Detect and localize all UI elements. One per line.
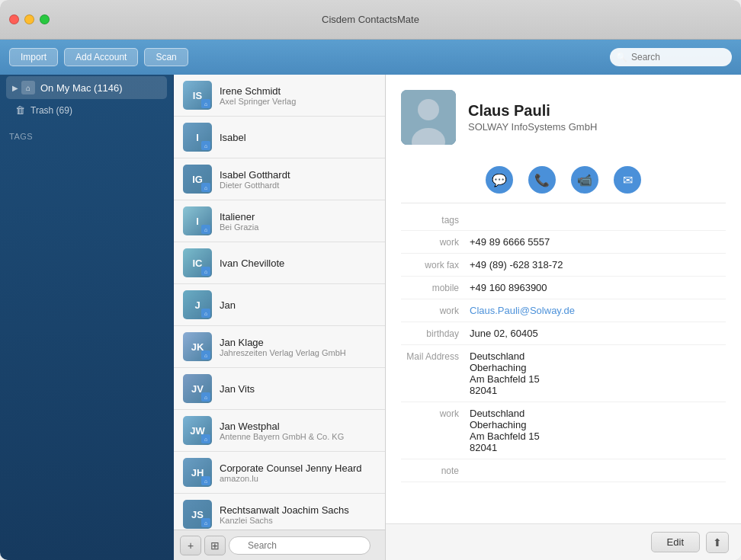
contact-name: Isabel Gotthardt bbox=[220, 169, 376, 181]
contact-name: Jan Westphal bbox=[220, 421, 376, 432]
edit-button[interactable]: Edit bbox=[651, 532, 700, 552]
mac-badge: ⌂ bbox=[201, 518, 210, 527]
sort-button[interactable]: ⊞ bbox=[204, 536, 226, 555]
avatar: JS ⌂ bbox=[183, 500, 212, 529]
mac-badge: ⌂ bbox=[201, 309, 210, 318]
import-button[interactable]: Import bbox=[9, 48, 58, 66]
detail-scroll[interactable]: Claus Pauli SOLWAY InfoSystems GmbH 💬 📞 … bbox=[386, 75, 741, 523]
toolbar: Import Add Account Scan 🔍 bbox=[0, 40, 741, 75]
avatar: JW ⌂ bbox=[183, 416, 212, 445]
field-value: Claus.Pauli@Solway.de bbox=[470, 305, 726, 316]
avatar: IS ⌂ bbox=[183, 81, 212, 110]
avatar: I ⌂ bbox=[183, 206, 212, 235]
avatar: JH ⌂ bbox=[183, 458, 212, 487]
list-item[interactable]: JW ⌂ Jan Westphal Antenne Bayern GmbH & … bbox=[174, 410, 385, 452]
avatar: I ⌂ bbox=[183, 123, 212, 152]
contact-name: Ivan Chevillote bbox=[220, 258, 376, 269]
add-account-button[interactable]: Add Account bbox=[64, 48, 138, 66]
contact-subtitle: Antenne Bayern GmbH & Co. KG bbox=[220, 432, 376, 441]
on-my-mac-label: On My Mac (1146) bbox=[40, 82, 123, 94]
field-label: work bbox=[401, 408, 470, 419]
titlebar: Cisdem ContactsMate bbox=[0, 0, 741, 40]
detail-actions: 💬 📞 📹 ✉ bbox=[401, 157, 726, 203]
list-item[interactable]: J ⌂ Jan bbox=[174, 284, 385, 326]
sidebar-item-on-my-mac[interactable]: ▶ ⌂ On My Mac (1146) bbox=[6, 76, 167, 99]
scan-button[interactable]: Scan bbox=[144, 48, 188, 66]
contact-list: IS ⌂ Irene Schmidt Axel Springer Verlag … bbox=[174, 75, 386, 560]
contact-name: Rechtsanwalt Joachim Sachs bbox=[220, 504, 376, 516]
detail-row: note bbox=[401, 459, 726, 482]
contact-name: Irene Schmidt bbox=[220, 85, 376, 97]
mac-badge: ⌂ bbox=[201, 434, 210, 443]
contact-name: Isabel bbox=[220, 132, 376, 143]
list-item[interactable]: JH ⌂ Corporate Counsel Jenny Heard amazo… bbox=[174, 452, 385, 494]
detail-row: work DeutschlandOberhachingAm Bachfeld 1… bbox=[401, 402, 726, 459]
message-button[interactable]: 💬 bbox=[486, 166, 513, 194]
list-search-wrap: 🔍 bbox=[229, 536, 379, 555]
detail-company: SOLWAY InfoSystems GmbH bbox=[468, 121, 597, 133]
video-button[interactable]: 📹 bbox=[571, 166, 598, 194]
email-button[interactable]: ✉ bbox=[614, 166, 641, 194]
trash-label: Trash (69) bbox=[30, 105, 72, 116]
mac-badge: ⌂ bbox=[201, 267, 210, 276]
toolbar-search-input[interactable] bbox=[610, 48, 732, 66]
list-item[interactable]: I ⌂ Isabel bbox=[174, 117, 385, 158]
list-item[interactable]: JV ⌂ Jan Vits bbox=[174, 368, 385, 410]
add-contact-button[interactable]: + bbox=[180, 536, 201, 555]
field-label: note bbox=[401, 465, 470, 476]
contact-name: Corporate Counsel Jenny Heard bbox=[220, 462, 376, 474]
avatar: IC ⌂ bbox=[183, 248, 212, 277]
tags-section-label: Tags bbox=[0, 120, 173, 146]
mac-icon: ⌂ bbox=[21, 81, 35, 94]
detail-name: Claus Pauli bbox=[468, 102, 597, 120]
app-title: Cisdem ContactsMate bbox=[322, 14, 419, 25]
field-label: birthday bbox=[401, 328, 470, 339]
field-label: work bbox=[401, 305, 470, 316]
detail-tags-row: tags bbox=[401, 210, 726, 231]
list-item[interactable]: I ⌂ Italiener Bei Grazia bbox=[174, 200, 385, 242]
arrow-icon: ▶ bbox=[12, 84, 18, 92]
field-label: mobile bbox=[401, 282, 470, 293]
contact-name: Jan bbox=[220, 299, 376, 311]
list-item[interactable]: JS ⌂ Rechtsanwalt Joachim Sachs Kanzlei … bbox=[174, 494, 385, 530]
mac-badge: ⌂ bbox=[201, 99, 210, 108]
main-layout: ▶ ⌂ On My Mac (1146) 🗑 Trash (69) Tags I… bbox=[0, 75, 741, 560]
contact-name: Jan Klage bbox=[220, 337, 376, 348]
list-item[interactable]: IS ⌂ Irene Schmidt Axel Springer Verlag bbox=[174, 75, 385, 117]
svg-point-1 bbox=[418, 99, 439, 120]
phone-button[interactable]: 📞 bbox=[528, 166, 556, 194]
contact-name: Italiener bbox=[220, 211, 376, 222]
avatar: J ⌂ bbox=[183, 290, 212, 319]
toolbar-search-wrap: 🔍 bbox=[610, 48, 732, 66]
mac-badge: ⌂ bbox=[201, 392, 210, 402]
contact-subtitle: Kanzlei Sachs bbox=[220, 516, 376, 525]
mac-badge: ⌂ bbox=[201, 350, 210, 360]
field-value: DeutschlandOberhachingAm Bachfeld 158204… bbox=[470, 350, 726, 396]
list-search-input[interactable] bbox=[229, 536, 370, 555]
avatar: JK ⌂ bbox=[183, 332, 212, 361]
mac-badge: ⌂ bbox=[201, 183, 210, 192]
traffic-lights bbox=[9, 14, 50, 24]
field-value: June 02, 60405 bbox=[470, 328, 726, 339]
mac-badge: ⌂ bbox=[201, 225, 210, 234]
contact-subtitle: Dieter Gotthardt bbox=[220, 181, 376, 190]
field-label: work bbox=[401, 236, 470, 248]
sidebar: ▶ ⌂ On My Mac (1146) 🗑 Trash (69) Tags bbox=[0, 75, 174, 560]
detail-fields: work +49 89 6666 5557 work fax +49 (89) … bbox=[401, 231, 726, 482]
contact-list-scroll[interactable]: IS ⌂ Irene Schmidt Axel Springer Verlag … bbox=[174, 75, 385, 530]
list-item[interactable]: IG ⌂ Isabel Gotthardt Dieter Gotthardt bbox=[174, 158, 385, 200]
share-button[interactable]: ⬆ bbox=[706, 532, 729, 553]
list-item[interactable]: JK ⌂ Jan Klage Jahreszeiten Verlag Verla… bbox=[174, 326, 385, 368]
sidebar-item-trash[interactable]: 🗑 Trash (69) bbox=[0, 101, 173, 120]
contact-subtitle: Axel Springer Verlag bbox=[220, 97, 376, 106]
maximize-button[interactable] bbox=[40, 14, 50, 24]
contact-subtitle: Bei Grazia bbox=[220, 222, 376, 232]
mac-badge: ⌂ bbox=[201, 476, 210, 485]
detail-row: Mail Address DeutschlandOberhachingAm Ba… bbox=[401, 345, 726, 402]
minimize-button[interactable] bbox=[24, 14, 34, 24]
close-button[interactable] bbox=[9, 14, 19, 24]
list-item[interactable]: IC ⌂ Ivan Chevillote bbox=[174, 242, 385, 284]
detail-row: work Claus.Pauli@Solway.de bbox=[401, 299, 726, 322]
field-label: Mail Address bbox=[401, 350, 470, 362]
detail-panel: Claus Pauli SOLWAY InfoSystems GmbH 💬 📞 … bbox=[386, 75, 741, 560]
